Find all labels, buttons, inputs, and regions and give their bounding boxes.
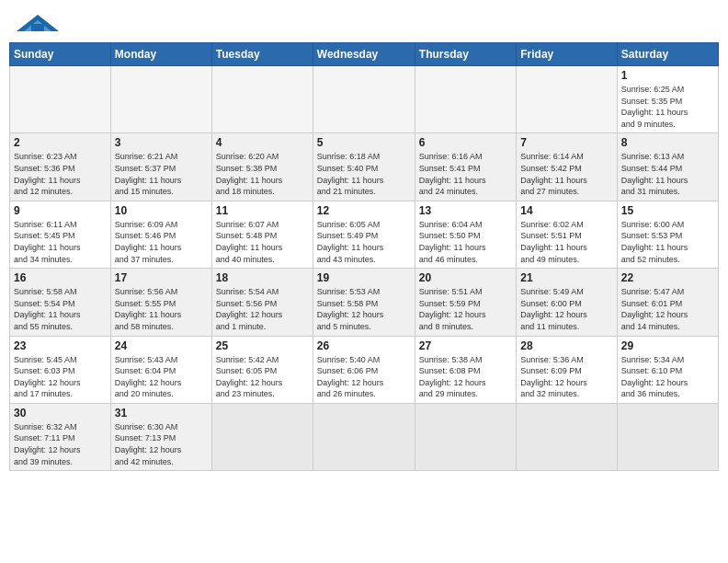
day-number: 19 xyxy=(317,271,411,284)
day-number: 18 xyxy=(216,271,309,284)
day-number: 9 xyxy=(14,204,107,217)
day-info: Sunrise: 6:21 AMSunset: 5:37 PMDaylight:… xyxy=(115,151,208,197)
day-info: Sunrise: 6:00 AMSunset: 5:53 PMDaylight:… xyxy=(621,219,714,265)
day-number: 4 xyxy=(216,136,309,149)
calendar-day-cell xyxy=(617,403,718,470)
calendar-day-cell: 25Sunrise: 5:42 AMSunset: 6:05 PMDayligh… xyxy=(211,336,313,403)
calendar-day-cell: 20Sunrise: 5:51 AMSunset: 5:59 PMDayligh… xyxy=(415,269,516,336)
day-info: Sunrise: 5:58 AMSunset: 5:54 PMDaylight:… xyxy=(14,286,107,332)
day-number: 13 xyxy=(419,204,512,217)
day-number: 21 xyxy=(520,271,612,284)
calendar-day-cell: 18Sunrise: 5:54 AMSunset: 5:56 PMDayligh… xyxy=(211,269,313,336)
day-info: Sunrise: 5:38 AMSunset: 6:08 PMDaylight:… xyxy=(419,354,512,400)
logo xyxy=(15,13,61,33)
calendar-day-cell: 22Sunrise: 5:47 AMSunset: 6:01 PMDayligh… xyxy=(617,269,718,336)
calendar-header-row: SundayMondayTuesdayWednesdayThursdayFrid… xyxy=(10,43,719,66)
day-number: 22 xyxy=(621,271,714,284)
calendar-day-cell xyxy=(110,66,211,133)
day-number: 31 xyxy=(115,407,208,419)
day-info: Sunrise: 6:11 AMSunset: 5:45 PMDaylight:… xyxy=(14,219,107,265)
day-info: Sunrise: 6:25 AMSunset: 5:35 PMDaylight:… xyxy=(621,84,714,130)
calendar-day-cell xyxy=(517,403,617,470)
day-number: 11 xyxy=(216,204,309,217)
day-info: Sunrise: 6:05 AMSunset: 5:49 PMDaylight:… xyxy=(317,219,411,265)
calendar-day-cell: 29Sunrise: 5:34 AMSunset: 6:10 PMDayligh… xyxy=(617,336,718,403)
calendar-day-cell: 21Sunrise: 5:49 AMSunset: 6:00 PMDayligh… xyxy=(517,269,617,336)
calendar-day-cell: 27Sunrise: 5:38 AMSunset: 6:08 PMDayligh… xyxy=(415,336,516,403)
day-info: Sunrise: 5:42 AMSunset: 6:05 PMDaylight:… xyxy=(216,354,309,400)
day-info: Sunrise: 6:09 AMSunset: 5:46 PMDaylight:… xyxy=(115,219,208,265)
calendar-day-cell: 12Sunrise: 6:05 AMSunset: 5:49 PMDayligh… xyxy=(313,201,415,268)
calendar-day-cell: 2Sunrise: 6:23 AMSunset: 5:36 PMDaylight… xyxy=(10,133,111,201)
calendar-day-cell xyxy=(415,66,516,133)
calendar-week-row: 1Sunrise: 6:25 AMSunset: 5:35 PMDaylight… xyxy=(10,66,719,133)
calendar-day-cell: 19Sunrise: 5:53 AMSunset: 5:58 PMDayligh… xyxy=(313,269,415,336)
day-info: Sunrise: 6:07 AMSunset: 5:48 PMDaylight:… xyxy=(216,219,309,265)
calendar-week-row: 2Sunrise: 6:23 AMSunset: 5:36 PMDaylight… xyxy=(10,133,719,201)
calendar-day-cell: 1Sunrise: 6:25 AMSunset: 5:35 PMDaylight… xyxy=(617,66,718,133)
day-number: 25 xyxy=(216,339,309,352)
calendar-day-cell: 14Sunrise: 6:02 AMSunset: 5:51 PMDayligh… xyxy=(517,201,617,268)
day-number: 3 xyxy=(115,136,208,149)
calendar-day-cell xyxy=(415,403,516,470)
calendar-table: SundayMondayTuesdayWednesdayThursdayFrid… xyxy=(9,42,719,471)
day-number: 1 xyxy=(621,69,714,82)
calendar-day-cell: 5Sunrise: 6:18 AMSunset: 5:40 PMDaylight… xyxy=(313,133,415,201)
day-info: Sunrise: 5:43 AMSunset: 6:04 PMDaylight:… xyxy=(115,354,208,400)
day-info: Sunrise: 6:23 AMSunset: 5:36 PMDaylight:… xyxy=(14,151,107,197)
day-info: Sunrise: 6:04 AMSunset: 5:50 PMDaylight:… xyxy=(419,219,512,265)
weekday-header-wednesday: Wednesday xyxy=(313,43,415,66)
day-info: Sunrise: 6:30 AMSunset: 7:13 PMDaylight:… xyxy=(115,421,208,467)
weekday-header-thursday: Thursday xyxy=(415,43,516,66)
day-number: 15 xyxy=(621,204,714,217)
day-info: Sunrise: 6:18 AMSunset: 5:40 PMDaylight:… xyxy=(317,151,411,197)
day-number: 6 xyxy=(419,136,512,149)
calendar-day-cell xyxy=(211,66,313,133)
day-number: 2 xyxy=(14,136,107,149)
day-info: Sunrise: 5:40 AMSunset: 6:06 PMDaylight:… xyxy=(317,354,411,400)
calendar-day-cell: 26Sunrise: 5:40 AMSunset: 6:06 PMDayligh… xyxy=(313,336,415,403)
day-number: 12 xyxy=(317,204,411,217)
day-info: Sunrise: 5:49 AMSunset: 6:00 PMDaylight:… xyxy=(520,286,612,332)
calendar-day-cell: 3Sunrise: 6:21 AMSunset: 5:37 PMDaylight… xyxy=(110,133,211,201)
calendar-week-row: 30Sunrise: 6:32 AMSunset: 7:11 PMDayligh… xyxy=(10,403,719,470)
calendar-week-row: 23Sunrise: 5:45 AMSunset: 6:03 PMDayligh… xyxy=(10,336,719,403)
calendar-day-cell: 7Sunrise: 6:14 AMSunset: 5:42 PMDaylight… xyxy=(517,133,617,201)
day-info: Sunrise: 6:32 AMSunset: 7:11 PMDaylight:… xyxy=(14,421,107,467)
day-info: Sunrise: 6:02 AMSunset: 5:51 PMDaylight:… xyxy=(520,219,612,265)
calendar-day-cell xyxy=(517,66,617,133)
calendar-day-cell: 28Sunrise: 5:36 AMSunset: 6:09 PMDayligh… xyxy=(517,336,617,403)
calendar-day-cell: 31Sunrise: 6:30 AMSunset: 7:13 PMDayligh… xyxy=(110,403,211,470)
calendar-day-cell: 17Sunrise: 5:56 AMSunset: 5:55 PMDayligh… xyxy=(110,269,211,336)
day-info: Sunrise: 5:54 AMSunset: 5:56 PMDaylight:… xyxy=(216,286,309,332)
calendar-day-cell xyxy=(313,66,415,133)
calendar-day-cell: 24Sunrise: 5:43 AMSunset: 6:04 PMDayligh… xyxy=(110,336,211,403)
calendar-day-cell: 10Sunrise: 6:09 AMSunset: 5:46 PMDayligh… xyxy=(110,201,211,268)
logo-icon xyxy=(15,13,61,33)
day-number: 24 xyxy=(115,339,208,352)
day-number: 10 xyxy=(115,204,208,217)
weekday-header-friday: Friday xyxy=(517,43,617,66)
day-number: 29 xyxy=(621,339,714,352)
day-info: Sunrise: 5:36 AMSunset: 6:09 PMDaylight:… xyxy=(520,354,612,400)
day-number: 27 xyxy=(419,339,512,352)
day-info: Sunrise: 6:13 AMSunset: 5:44 PMDaylight:… xyxy=(621,151,714,197)
weekday-header-tuesday: Tuesday xyxy=(211,43,313,66)
page-header xyxy=(9,9,719,37)
calendar-day-cell: 23Sunrise: 5:45 AMSunset: 6:03 PMDayligh… xyxy=(10,336,111,403)
day-info: Sunrise: 5:56 AMSunset: 5:55 PMDaylight:… xyxy=(115,286,208,332)
day-number: 23 xyxy=(14,339,107,352)
weekday-header-saturday: Saturday xyxy=(617,43,718,66)
calendar-day-cell: 8Sunrise: 6:13 AMSunset: 5:44 PMDaylight… xyxy=(617,133,718,201)
calendar-day-cell: 4Sunrise: 6:20 AMSunset: 5:38 PMDaylight… xyxy=(211,133,313,201)
calendar-week-row: 16Sunrise: 5:58 AMSunset: 5:54 PMDayligh… xyxy=(10,269,719,336)
day-number: 16 xyxy=(14,271,107,284)
weekday-header-sunday: Sunday xyxy=(10,43,111,66)
day-number: 5 xyxy=(317,136,411,149)
weekday-header-monday: Monday xyxy=(110,43,211,66)
svg-rect-2 xyxy=(31,24,44,31)
calendar-day-cell xyxy=(10,66,111,133)
day-number: 26 xyxy=(317,339,411,352)
calendar-day-cell: 13Sunrise: 6:04 AMSunset: 5:50 PMDayligh… xyxy=(415,201,516,268)
calendar-day-cell: 11Sunrise: 6:07 AMSunset: 5:48 PMDayligh… xyxy=(211,201,313,268)
